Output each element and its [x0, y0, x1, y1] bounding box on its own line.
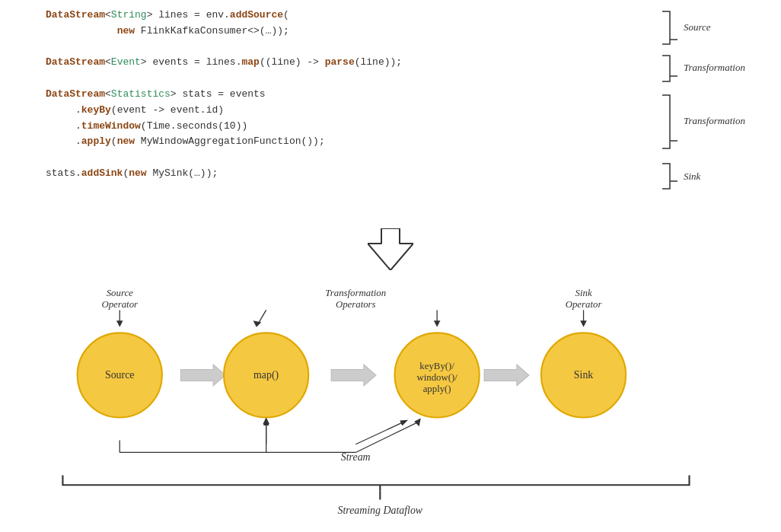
code-section: DataStream<String> lines = env.addSource…	[46, 8, 670, 182]
streaming-dataflow-label: Streaming Dataflow	[337, 505, 422, 516]
label-sink-operator2: Operator	[566, 299, 603, 310]
svg-line-3	[258, 310, 266, 323]
window-node-label3: apply()	[423, 384, 451, 394]
label-source-operator2: Operator	[101, 299, 139, 310]
annotation-source: Source	[684, 21, 711, 33]
code-line-2: new FlinkKafkaConsumer<>(…));	[46, 24, 670, 40]
annotation-transformation1: Transformation	[684, 62, 745, 73]
label-sink-operator: Sink	[575, 288, 592, 298]
diagram-section: Source Operator Transformation Operators…	[23, 282, 754, 518]
code-line-blank2	[46, 71, 670, 87]
code-line-blank3	[46, 150, 670, 166]
svg-marker-10	[331, 365, 376, 386]
code-line-4: DataStream<Event> events = lines.map((li…	[46, 55, 670, 71]
svg-marker-9	[180, 365, 225, 386]
code-line-8: .timeWindow(Time.seconds(10))	[46, 119, 670, 135]
down-arrow	[368, 228, 413, 273]
annotation-transformation2: Transformation	[684, 115, 745, 126]
stream-arrow-to-window	[414, 419, 421, 427]
page: DataStream<String> lines = env.addSource…	[0, 0, 781, 532]
svg-marker-2	[116, 320, 123, 327]
label-transformation-operators: Transformation	[325, 288, 386, 298]
diagram-svg: Source Operator Transformation Operators…	[23, 282, 754, 518]
map-node-label: map()	[253, 369, 279, 381]
code-block: DataStream<String> lines = env.addSource…	[46, 8, 670, 182]
svg-marker-8	[580, 320, 587, 327]
code-line-1: DataStream<String> lines = env.addSource…	[46, 8, 670, 24]
window-node-label2: window()/	[416, 372, 457, 383]
window-node-label1: keyBy()/	[419, 361, 454, 371]
code-line-6: DataStream<Statistics> stats = events	[46, 87, 670, 103]
label-transformation-operators2: Operators	[336, 299, 376, 310]
svg-marker-6	[434, 320, 441, 327]
annotation-sink: Sink	[684, 170, 701, 182]
stream-arrow-to-map	[263, 418, 269, 425]
source-node-label: Source	[105, 369, 135, 381]
code-line-9: .apply(new MyWindowAggregationFunction()…	[46, 134, 670, 150]
svg-marker-11	[484, 365, 529, 386]
label-source-operator: Source	[107, 288, 133, 298]
code-line-11: stats.addSink(new MySink(…));	[46, 166, 670, 182]
svg-line-20	[355, 422, 419, 453]
annotations-svg: Source Transformation Transformation Sin…	[655, 8, 781, 213]
code-line-7: .keyBy(event -> event.id)	[46, 103, 670, 119]
sink-node-label: Sink	[574, 369, 594, 381]
code-line-blank1	[46, 40, 670, 56]
svg-marker-0	[368, 228, 413, 270]
svg-marker-4	[253, 320, 262, 327]
stream-label: Stream	[341, 451, 371, 463]
